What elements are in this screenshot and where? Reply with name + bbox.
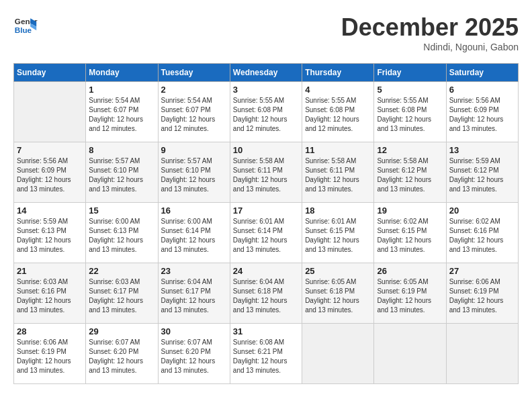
- day-number: 21: [17, 266, 83, 276]
- day-number: 1: [89, 85, 154, 95]
- calendar-cell: 23Sunrise: 6:04 AM Sunset: 6:17 PM Dayli…: [158, 263, 230, 324]
- logo: General Blue: [13, 13, 38, 38]
- calendar-cell: 28Sunrise: 6:06 AM Sunset: 6:19 PM Dayli…: [14, 324, 86, 384]
- calendar-header-row: SundayMondayTuesdayWednesdayThursdayFrid…: [14, 64, 519, 82]
- calendar-cell: 3Sunrise: 5:55 AM Sunset: 6:08 PM Daylig…: [230, 82, 302, 142]
- calendar-cell: 1Sunrise: 5:54 AM Sunset: 6:07 PM Daylig…: [86, 82, 158, 142]
- day-number: 6: [449, 85, 515, 95]
- day-detail: Sunrise: 5:54 AM Sunset: 6:07 PM Dayligh…: [161, 96, 227, 134]
- day-detail: Sunrise: 5:58 AM Sunset: 6:11 PM Dayligh…: [305, 156, 371, 194]
- calendar-week-1: 1Sunrise: 5:54 AM Sunset: 6:07 PM Daylig…: [14, 82, 519, 142]
- calendar-cell: 2Sunrise: 5:54 AM Sunset: 6:07 PM Daylig…: [158, 82, 230, 142]
- day-detail: Sunrise: 5:55 AM Sunset: 6:08 PM Dayligh…: [377, 96, 443, 134]
- day-detail: Sunrise: 5:59 AM Sunset: 6:12 PM Dayligh…: [449, 156, 515, 194]
- header-day-thursday: Thursday: [302, 64, 374, 82]
- calendar-cell: 16Sunrise: 6:00 AM Sunset: 6:14 PM Dayli…: [158, 203, 230, 263]
- svg-text:Blue: Blue: [15, 26, 32, 34]
- page-header: General Blue December 2025 Ndindi, Ngoun…: [13, 13, 519, 52]
- calendar-cell: 5Sunrise: 5:55 AM Sunset: 6:08 PM Daylig…: [374, 82, 446, 142]
- day-number: 17: [233, 205, 299, 216]
- day-number: 9: [161, 145, 227, 155]
- calendar-cell: 11Sunrise: 5:58 AM Sunset: 6:11 PM Dayli…: [302, 142, 374, 203]
- calendar-cell: 8Sunrise: 5:57 AM Sunset: 6:10 PM Daylig…: [86, 142, 158, 203]
- day-number: 12: [377, 145, 443, 155]
- calendar-cell: [302, 324, 374, 384]
- day-detail: Sunrise: 6:04 AM Sunset: 6:17 PM Dayligh…: [161, 277, 227, 315]
- day-number: 10: [233, 145, 299, 155]
- header-day-wednesday: Wednesday: [230, 64, 302, 82]
- calendar-week-5: 28Sunrise: 6:06 AM Sunset: 6:19 PM Dayli…: [14, 324, 519, 384]
- day-detail: Sunrise: 6:03 AM Sunset: 6:16 PM Dayligh…: [17, 277, 83, 315]
- calendar-cell: 22Sunrise: 6:03 AM Sunset: 6:17 PM Dayli…: [86, 263, 158, 324]
- calendar-table: SundayMondayTuesdayWednesdayThursdayFrid…: [13, 63, 519, 384]
- day-detail: Sunrise: 5:55 AM Sunset: 6:08 PM Dayligh…: [233, 96, 299, 134]
- calendar-cell: 30Sunrise: 6:07 AM Sunset: 6:20 PM Dayli…: [158, 324, 230, 384]
- calendar-cell: [446, 324, 518, 384]
- day-detail: Sunrise: 5:56 AM Sunset: 6:09 PM Dayligh…: [449, 96, 515, 134]
- calendar-cell: 27Sunrise: 6:06 AM Sunset: 6:19 PM Dayli…: [446, 263, 518, 324]
- day-number: 20: [449, 205, 515, 216]
- day-number: 13: [449, 145, 515, 155]
- calendar-cell: 14Sunrise: 5:59 AM Sunset: 6:13 PM Dayli…: [14, 203, 86, 263]
- day-detail: Sunrise: 5:56 AM Sunset: 6:09 PM Dayligh…: [17, 156, 83, 194]
- day-number: 30: [161, 326, 227, 336]
- day-detail: Sunrise: 6:08 AM Sunset: 6:21 PM Dayligh…: [233, 338, 299, 375]
- day-number: 16: [161, 205, 227, 216]
- day-detail: Sunrise: 5:58 AM Sunset: 6:12 PM Dayligh…: [377, 156, 443, 194]
- month-title: December 2025: [341, 13, 519, 42]
- day-number: 4: [305, 85, 371, 95]
- calendar-cell: 4Sunrise: 5:55 AM Sunset: 6:08 PM Daylig…: [302, 82, 374, 142]
- day-detail: Sunrise: 6:05 AM Sunset: 6:18 PM Dayligh…: [305, 277, 371, 315]
- header-day-monday: Monday: [86, 64, 158, 82]
- day-number: 27: [449, 266, 515, 276]
- day-number: 31: [233, 326, 299, 336]
- header-day-tuesday: Tuesday: [158, 64, 230, 82]
- calendar-week-3: 14Sunrise: 5:59 AM Sunset: 6:13 PM Dayli…: [14, 203, 519, 263]
- calendar-cell: 9Sunrise: 5:57 AM Sunset: 6:10 PM Daylig…: [158, 142, 230, 203]
- calendar-cell: 7Sunrise: 5:56 AM Sunset: 6:09 PM Daylig…: [14, 142, 86, 203]
- day-detail: Sunrise: 6:04 AM Sunset: 6:18 PM Dayligh…: [233, 277, 299, 315]
- calendar-cell: 15Sunrise: 6:00 AM Sunset: 6:13 PM Dayli…: [86, 203, 158, 263]
- day-number: 8: [89, 145, 154, 155]
- day-number: 15: [89, 205, 154, 216]
- calendar-week-2: 7Sunrise: 5:56 AM Sunset: 6:09 PM Daylig…: [14, 142, 519, 203]
- calendar-cell: 17Sunrise: 6:01 AM Sunset: 6:14 PM Dayli…: [230, 203, 302, 263]
- day-number: 23: [161, 266, 227, 276]
- day-detail: Sunrise: 6:02 AM Sunset: 6:15 PM Dayligh…: [377, 217, 443, 255]
- day-detail: Sunrise: 5:55 AM Sunset: 6:08 PM Dayligh…: [305, 96, 371, 134]
- day-number: 28: [17, 326, 83, 336]
- calendar-cell: 13Sunrise: 5:59 AM Sunset: 6:12 PM Dayli…: [446, 142, 518, 203]
- logo-icon: General Blue: [13, 13, 38, 38]
- day-detail: Sunrise: 6:05 AM Sunset: 6:19 PM Dayligh…: [377, 277, 443, 315]
- day-detail: Sunrise: 6:02 AM Sunset: 6:16 PM Dayligh…: [449, 217, 515, 255]
- day-detail: Sunrise: 6:00 AM Sunset: 6:13 PM Dayligh…: [89, 217, 154, 255]
- day-detail: Sunrise: 5:59 AM Sunset: 6:13 PM Dayligh…: [17, 217, 83, 255]
- day-number: 24: [233, 266, 299, 276]
- calendar-cell: [14, 82, 86, 142]
- day-detail: Sunrise: 6:01 AM Sunset: 6:14 PM Dayligh…: [233, 217, 299, 255]
- day-detail: Sunrise: 6:01 AM Sunset: 6:15 PM Dayligh…: [305, 217, 371, 255]
- day-number: 7: [17, 145, 83, 155]
- day-number: 18: [305, 205, 371, 216]
- day-detail: Sunrise: 6:07 AM Sunset: 6:20 PM Dayligh…: [161, 338, 227, 375]
- day-number: 25: [305, 266, 371, 276]
- header-day-friday: Friday: [374, 64, 446, 82]
- day-detail: Sunrise: 5:57 AM Sunset: 6:10 PM Dayligh…: [161, 156, 227, 194]
- calendar-cell: 19Sunrise: 6:02 AM Sunset: 6:15 PM Dayli…: [374, 203, 446, 263]
- day-number: 3: [233, 85, 299, 95]
- day-number: 22: [89, 266, 154, 276]
- day-detail: Sunrise: 6:06 AM Sunset: 6:19 PM Dayligh…: [449, 277, 515, 315]
- day-number: 19: [377, 205, 443, 216]
- day-detail: Sunrise: 5:57 AM Sunset: 6:10 PM Dayligh…: [89, 156, 154, 194]
- day-number: 14: [17, 205, 83, 216]
- day-detail: Sunrise: 5:54 AM Sunset: 6:07 PM Dayligh…: [89, 96, 154, 134]
- calendar-cell: 6Sunrise: 5:56 AM Sunset: 6:09 PM Daylig…: [446, 82, 518, 142]
- day-detail: Sunrise: 6:03 AM Sunset: 6:17 PM Dayligh…: [89, 277, 154, 315]
- day-detail: Sunrise: 6:00 AM Sunset: 6:14 PM Dayligh…: [161, 217, 227, 255]
- calendar-cell: 26Sunrise: 6:05 AM Sunset: 6:19 PM Dayli…: [374, 263, 446, 324]
- calendar-cell: 12Sunrise: 5:58 AM Sunset: 6:12 PM Dayli…: [374, 142, 446, 203]
- calendar-week-4: 21Sunrise: 6:03 AM Sunset: 6:16 PM Dayli…: [14, 263, 519, 324]
- calendar-cell: 25Sunrise: 6:05 AM Sunset: 6:18 PM Dayli…: [302, 263, 374, 324]
- day-detail: Sunrise: 6:06 AM Sunset: 6:19 PM Dayligh…: [17, 338, 83, 375]
- day-number: 11: [305, 145, 371, 155]
